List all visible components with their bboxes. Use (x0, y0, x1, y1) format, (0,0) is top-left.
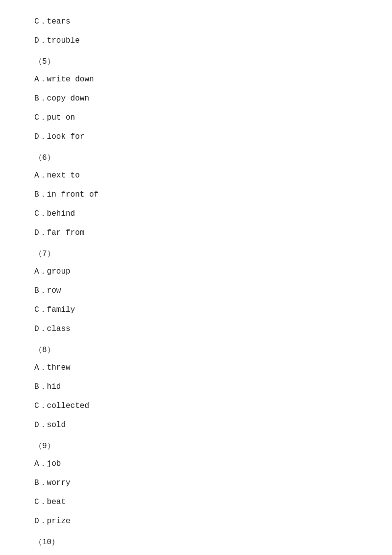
option-item: B．in front of (34, 188, 358, 202)
option-item: A．group (34, 265, 358, 279)
option-item: C．beat (34, 495, 358, 509)
question-number: （9） (34, 439, 358, 454)
option-item: C．family (34, 303, 358, 317)
option-item: D．sold (34, 418, 358, 432)
option-item: D．prize (34, 514, 358, 529)
option-item: A．job (34, 457, 358, 471)
option-item: C．behind (34, 207, 358, 221)
option-item: A．next to (34, 169, 358, 183)
option-item: C．put on (34, 111, 358, 125)
option-item: A．difficult (34, 553, 358, 555)
option-item: C．tears (34, 15, 358, 29)
main-content: C．tearsD．trouble（5）A．write downB．copy do… (0, 0, 392, 555)
option-item: B．row (34, 284, 358, 298)
question-number: （5） (34, 55, 358, 69)
option-item: D．far from (34, 226, 358, 240)
option-item: D．class (34, 322, 358, 336)
option-item: C．collected (34, 399, 358, 413)
option-item: D．trouble (34, 34, 358, 48)
question-number: （6） (34, 151, 358, 165)
option-item: A．threw (34, 361, 358, 375)
option-item: B．hid (34, 380, 358, 394)
question-number: （7） (34, 247, 358, 261)
option-item: D．look for (34, 130, 358, 144)
question-number: （8） (34, 343, 358, 357)
question-number: （10） (34, 535, 358, 550)
option-item: A．write down (34, 73, 358, 87)
option-item: B．worry (34, 476, 358, 490)
option-item: B．copy down (34, 92, 358, 106)
